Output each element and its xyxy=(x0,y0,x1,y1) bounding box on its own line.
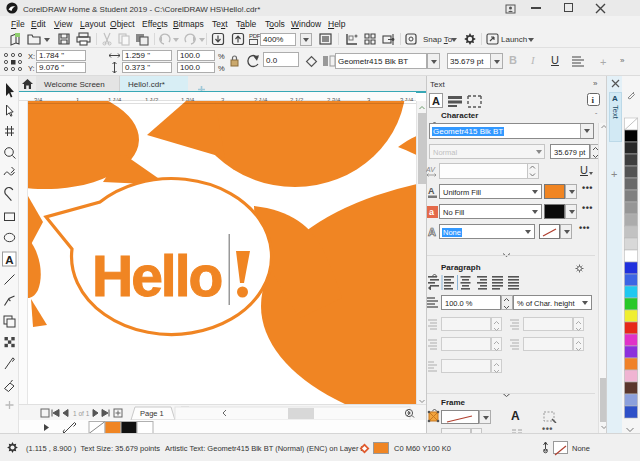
svg-text:Page 1: Page 1 xyxy=(140,409,164,418)
svg-text:A: A xyxy=(428,186,435,196)
svg-text:1 of 1: 1 of 1 xyxy=(73,410,90,417)
svg-text:AV: AV xyxy=(426,166,436,173)
svg-text:Hello: Hello xyxy=(92,244,222,308)
svg-text:A: A xyxy=(428,226,436,238)
svg-text:A: A xyxy=(5,254,13,266)
